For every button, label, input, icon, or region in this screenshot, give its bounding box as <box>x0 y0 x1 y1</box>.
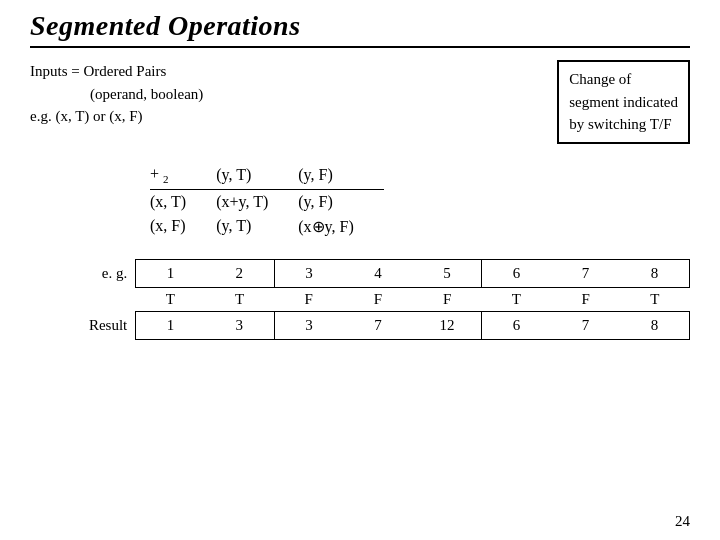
bool-7: F <box>551 287 620 311</box>
operations-table: + 2 (y, T) (y, F) (x, T) (x+y, T) (y, F)… <box>150 162 384 239</box>
op-row2-col3: (x⊕y, F) <box>298 214 384 239</box>
bool-1: T <box>136 287 205 311</box>
res-7: 7 <box>551 311 620 339</box>
page: Segmented Operations Inputs = Ordered Pa… <box>0 0 720 540</box>
bool-4: F <box>343 287 412 311</box>
op-row2-col1: (x, F) <box>150 214 216 239</box>
change-line2: segment indicated <box>569 94 678 110</box>
bool-2: T <box>205 287 274 311</box>
res-5: 12 <box>413 311 482 339</box>
page-title: Segmented Operations <box>30 10 301 41</box>
num-4: 4 <box>343 259 412 287</box>
bool-8: T <box>620 287 689 311</box>
eg-result-table: e. g. 1 2 3 4 5 6 7 8 T T <box>30 259 690 340</box>
header-col3: (y, F) <box>298 162 384 190</box>
res-1: 1 <box>136 311 205 339</box>
inputs-line3: e.g. (x, T) or (x, F) <box>30 105 203 128</box>
result-label: Result <box>30 311 136 339</box>
plus-label: + 2 <box>150 162 216 190</box>
operations-header-row: + 2 (y, T) (y, F) <box>150 162 384 190</box>
numbers-row: e. g. 1 2 3 4 5 6 7 8 <box>30 259 690 287</box>
eg-label: e. g. <box>30 259 136 287</box>
res-2: 3 <box>205 311 274 339</box>
op-row1-col1: (x, T) <box>150 189 216 214</box>
num-6: 6 <box>482 259 551 287</box>
inputs-section: Inputs = Ordered Pairs (operand, boolean… <box>30 60 203 128</box>
res-4: 7 <box>343 311 412 339</box>
bool-3: F <box>274 287 343 311</box>
change-box: Change of segment indicated by switching… <box>557 60 690 144</box>
bool-6: T <box>482 287 551 311</box>
res-6: 6 <box>482 311 551 339</box>
bool-5: F <box>413 287 482 311</box>
op-row1-col3: (y, F) <box>298 189 384 214</box>
change-line1: Change of <box>569 71 631 87</box>
num-8: 8 <box>620 259 689 287</box>
num-3: 3 <box>274 259 343 287</box>
num-2: 2 <box>205 259 274 287</box>
bool-row: T T F F F T F T <box>30 287 690 311</box>
res-8: 8 <box>620 311 689 339</box>
title-section: Segmented Operations <box>30 10 690 48</box>
operations-row1: (x, T) (x+y, T) (y, F) <box>150 189 384 214</box>
page-number: 24 <box>675 513 690 530</box>
result-row: Result 1 3 3 7 12 6 7 8 <box>30 311 690 339</box>
top-row: Inputs = Ordered Pairs (operand, boolean… <box>30 60 690 144</box>
header-col2: (y, T) <box>216 162 298 190</box>
bottom-section: e. g. 1 2 3 4 5 6 7 8 T T <box>30 259 690 340</box>
inputs-line1: Inputs = Ordered Pairs <box>30 60 203 83</box>
inputs-line2: (operand, boolean) <box>90 83 203 106</box>
num-7: 7 <box>551 259 620 287</box>
op-row1-col2: (x+y, T) <box>216 189 298 214</box>
op-row2-col2: (y, T) <box>216 214 298 239</box>
res-3: 3 <box>274 311 343 339</box>
change-line3: by switching T/F <box>569 116 671 132</box>
num-5: 5 <box>413 259 482 287</box>
num-1: 1 <box>136 259 205 287</box>
operations-row2: (x, F) (y, T) (x⊕y, F) <box>150 214 384 239</box>
